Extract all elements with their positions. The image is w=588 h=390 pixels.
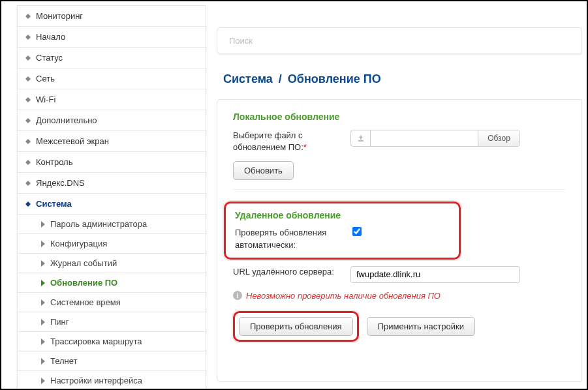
file-select-label: Выберите файл с обновлением ПО:* <box>233 130 350 153</box>
svg-marker-16 <box>41 338 45 345</box>
diamond-icon <box>25 202 31 207</box>
diamond-icon <box>25 14 31 19</box>
sub-label: Пинг <box>50 317 69 327</box>
nav-label: Wi-Fi <box>36 95 55 104</box>
nav-control[interactable]: Контроль <box>18 152 206 173</box>
svg-marker-6 <box>25 139 31 144</box>
sub-label: Системное время <box>50 297 121 307</box>
nav-monitoring[interactable]: Мониторинг <box>18 6 206 27</box>
diamond-icon <box>25 55 31 61</box>
main-content: Поиск Система / Обновление ПО Локальное … <box>217 1 587 389</box>
svg-marker-0 <box>25 14 31 19</box>
nav-advanced[interactable]: Дополнительно <box>18 110 206 131</box>
remote-url-label: URL удалённого сервера: <box>233 266 350 278</box>
caret-icon <box>41 319 45 325</box>
sidebar: Мониторинг Начало Статус Сеть Wi-Fi Допо… <box>17 5 206 390</box>
diamond-icon <box>25 35 31 40</box>
nav-status[interactable]: Статус <box>18 48 206 68</box>
svg-marker-8 <box>25 181 31 186</box>
svg-marker-11 <box>41 241 45 247</box>
nav-start[interactable]: Начало <box>18 27 206 48</box>
nav-label: Межсетевой экран <box>36 136 109 146</box>
breadcrumb-parent: Система <box>223 72 273 85</box>
sub-ping[interactable]: Пинг <box>18 312 206 332</box>
diamond-icon <box>25 97 31 102</box>
sub-label: Трассировка маршрута <box>50 337 142 346</box>
sub-traceroute[interactable]: Трассировка маршрута <box>18 332 206 352</box>
sub-telnet[interactable]: Телнет <box>18 352 206 371</box>
svg-marker-1 <box>25 35 31 40</box>
nav-label: Система <box>36 199 72 209</box>
svg-marker-9 <box>25 202 31 207</box>
nav-network[interactable]: Сеть <box>18 68 206 89</box>
sub-label: Обновление ПО <box>50 278 117 288</box>
sub-configuration[interactable]: Конфигурация <box>18 234 206 254</box>
svg-marker-7 <box>25 160 31 165</box>
browse-button[interactable]: Обзор <box>478 130 519 146</box>
svg-marker-12 <box>41 260 45 267</box>
file-input[interactable]: Обзор <box>350 130 520 147</box>
remote-update-title: Удаленное обновление <box>235 210 450 220</box>
nav-label: Мониторинг <box>36 11 83 21</box>
auto-check-checkbox[interactable] <box>352 227 362 236</box>
diamond-icon <box>25 76 31 82</box>
nav-wifi[interactable]: Wi-Fi <box>18 89 206 110</box>
divider <box>233 189 565 190</box>
caret-icon <box>41 280 45 286</box>
content-panel: Локальное обновление Выберите файл с обн… <box>217 99 581 382</box>
nav-label: Статус <box>36 53 63 63</box>
remote-url-input[interactable] <box>350 266 520 283</box>
breadcrumb: Система / Обновление ПО <box>223 72 581 86</box>
svg-marker-18 <box>41 378 45 384</box>
sub-label: Конфигурация <box>50 239 107 248</box>
caret-icon <box>41 338 45 345</box>
sub-label: Настройки интерфейса <box>50 376 142 385</box>
svg-marker-2 <box>25 55 31 61</box>
sub-label: Телнет <box>50 356 78 366</box>
svg-marker-17 <box>41 358 45 365</box>
caret-icon <box>41 241 45 247</box>
diamond-icon <box>25 160 31 165</box>
update-button[interactable]: Обновить <box>233 161 294 180</box>
sub-event-log[interactable]: Журнал событий <box>18 254 206 273</box>
sub-label: Пароль администратора <box>50 219 147 229</box>
auto-check-label: Проверять обновления автоматически: <box>235 227 352 250</box>
diamond-icon <box>25 139 31 144</box>
caret-icon <box>41 358 45 365</box>
svg-marker-10 <box>41 221 45 228</box>
nav-label: Сеть <box>36 74 55 83</box>
highlight-check-button: Проверить обновления <box>233 311 359 342</box>
sub-admin-password[interactable]: Пароль администратора <box>18 215 206 234</box>
nav-label: Начало <box>36 32 65 42</box>
nav-label: Контроль <box>36 157 72 167</box>
svg-marker-3 <box>25 76 31 82</box>
check-updates-button[interactable]: Проверить обновления <box>239 317 353 336</box>
caret-icon <box>41 299 45 306</box>
upload-icon <box>351 130 371 146</box>
nav-system[interactable]: Система <box>18 194 206 215</box>
svg-marker-15 <box>41 319 45 325</box>
error-message: Невозможно проверить наличие обновления … <box>246 291 441 301</box>
svg-marker-13 <box>41 280 45 286</box>
svg-marker-5 <box>25 118 31 123</box>
highlight-remote-section: Удаленное обновление Проверять обновлени… <box>224 202 461 259</box>
sub-interface-settings[interactable]: Настройки интерфейса <box>18 371 206 390</box>
breadcrumb-separator: / <box>279 72 282 85</box>
apply-settings-button[interactable]: Применить настройки <box>367 317 475 336</box>
svg-marker-4 <box>25 97 31 102</box>
nav-firewall[interactable]: Межсетевой экран <box>18 131 206 152</box>
svg-marker-14 <box>41 299 45 306</box>
nav-label: Дополнительно <box>36 115 97 125</box>
sub-system-time[interactable]: Системное время <box>18 293 206 312</box>
caret-icon <box>41 221 45 228</box>
diamond-icon <box>25 118 31 123</box>
diamond-icon <box>25 181 31 186</box>
required-asterisk: * <box>303 142 307 152</box>
sub-label: Журнал событий <box>50 258 117 268</box>
info-icon: i <box>233 291 242 300</box>
sub-firmware-update[interactable]: Обновление ПО <box>18 273 206 293</box>
local-update-title: Локальное обновление <box>233 112 565 122</box>
nav-label: Яндекс.DNS <box>36 178 85 188</box>
nav-yandex-dns[interactable]: Яндекс.DNS <box>18 173 206 194</box>
search-input[interactable]: Поиск <box>217 27 581 54</box>
